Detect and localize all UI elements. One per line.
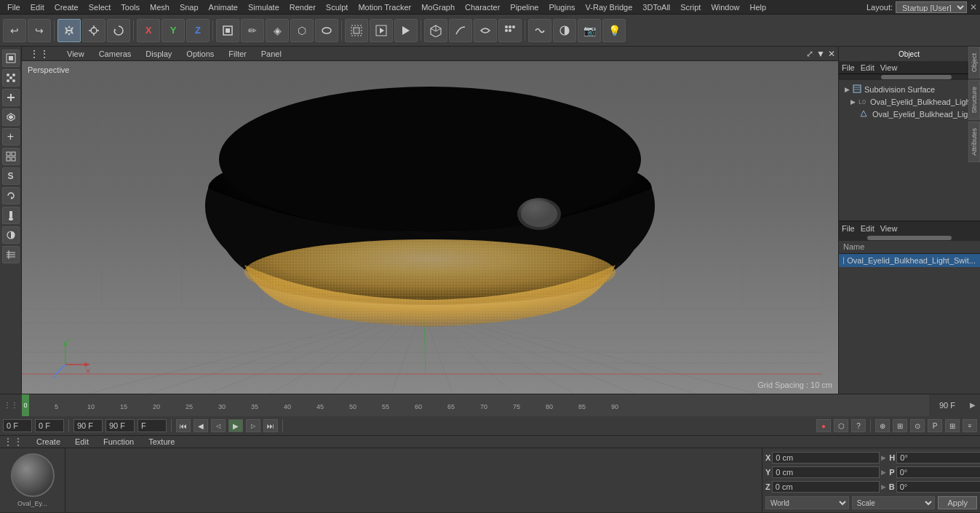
coord-x-pos-input[interactable] [772, 452, 880, 464]
current-frame-field[interactable]: 0 F [3, 419, 32, 432]
loop-button[interactable] [315, 19, 338, 42]
menu-motiontracker[interactable]: Motion Tracker [354, 1, 415, 13]
diamond-button[interactable]: ◈ [266, 19, 289, 42]
menu-mesh[interactable]: Mesh [146, 1, 174, 13]
cube-button[interactable] [424, 19, 447, 42]
layout-toggle-button[interactable]: ≡ [963, 419, 977, 432]
world-dropdown[interactable]: World [765, 496, 849, 509]
upper-view-menu[interactable]: View [880, 63, 898, 72]
goto-start-button[interactable]: ⏮ [176, 419, 191, 432]
viewport-tab-display[interactable]: Display [141, 48, 176, 60]
vertical-tab-object[interactable]: Object [968, 47, 980, 79]
step-back-button[interactable]: ◁ [211, 419, 226, 432]
y-axis-button[interactable]: Y [162, 19, 185, 42]
menu-select[interactable]: Select [84, 1, 116, 13]
play-button[interactable]: ▶ [228, 419, 243, 432]
coord-h-rot-input[interactable] [896, 452, 980, 464]
fps-field[interactable]: 0 F [35, 419, 64, 432]
render-anim-button[interactable]: P [928, 419, 942, 432]
param-button[interactable]: ⊙ [910, 419, 925, 432]
spline-button[interactable] [449, 19, 472, 42]
menu-mograph[interactable]: MoGraph [417, 1, 459, 13]
step-forward-button[interactable]: ▷ [246, 419, 260, 432]
attr-edit-menu[interactable]: Edit [861, 224, 875, 233]
attr-selected-item[interactable]: Oval_Eyelid_Bulkhead_Light_Swit... [839, 254, 980, 267]
menu-3dto[interactable]: 3DToAll [638, 1, 674, 13]
viewport-down-icon[interactable]: ▼ [816, 49, 825, 59]
timeline-ruler[interactable]: 0 0 5 10 15 20 25 30 35 40 45 50 55 60 6… [22, 394, 929, 416]
scale-dropdown[interactable]: Scale [852, 496, 936, 509]
motion-path-button[interactable]: ⊕ [875, 419, 890, 432]
left-tool-grid2[interactable] [2, 246, 20, 263]
right-tab-object[interactable]: Object [839, 47, 980, 61]
deformer-button[interactable] [528, 19, 551, 42]
upper-scrollbar-thumb[interactable] [881, 75, 952, 79]
timeline-expand[interactable]: ▶ [965, 394, 980, 416]
timeline-marker[interactable]: 0 [22, 394, 29, 416]
coord-p-rot-input[interactable] [896, 466, 980, 478]
tree-item-lo[interactable]: ▶ L0 Oval_Eyelid_Bulkhead_Light_Swit... [842, 96, 977, 108]
object-button[interactable] [216, 19, 239, 42]
left-tool-brush[interactable] [2, 207, 20, 224]
viewport-tab-filter[interactable]: Filter [224, 48, 250, 60]
left-tool-points[interactable] [2, 69, 20, 87]
attr-scrollbar[interactable] [839, 235, 980, 241]
viewport-tab-panel[interactable]: Panel [257, 48, 286, 60]
func-function[interactable]: Function [99, 436, 138, 448]
menu-sculpt[interactable]: Sculpt [322, 1, 353, 13]
scale-tool-button[interactable] [82, 19, 105, 42]
tree-item-subdivision[interactable]: ▶ Subdivision Surface [842, 83, 977, 96]
left-tool-edges[interactable] [2, 89, 20, 106]
viewport-tab-view[interactable]: View [63, 48, 89, 60]
render-view-button[interactable] [370, 19, 393, 42]
upper-edit-menu[interactable]: Edit [861, 63, 875, 72]
material-sphere[interactable] [11, 453, 55, 497]
coord-z-pos-input[interactable] [772, 481, 880, 493]
func-edit[interactable]: Edit [71, 436, 93, 448]
vertical-tab-structure[interactable]: Structure [968, 80, 980, 120]
viewport-expand-icon[interactable]: ⤢ [806, 49, 813, 59]
menu-file[interactable]: File [3, 1, 25, 13]
left-tool-s[interactable]: S [2, 167, 20, 185]
menu-tools[interactable]: Tools [116, 1, 144, 13]
layout-dropdown[interactable]: Startup [User] [896, 1, 967, 13]
menu-help[interactable]: Help [746, 1, 771, 13]
vertical-tab-attributes[interactable]: Attributes [968, 122, 980, 162]
menu-character[interactable]: Character [461, 1, 504, 13]
menu-script[interactable]: Script [676, 1, 705, 13]
viewport-tab-options[interactable]: Options [182, 48, 218, 60]
viewport-3d[interactable]: Y X Z Perspective Grid Spacing : 10 cm [22, 61, 838, 394]
polygon-button[interactable]: ⬡ [290, 19, 314, 42]
redo-button[interactable]: ↪ [28, 19, 51, 42]
apply-button[interactable]: Apply [938, 496, 977, 509]
coord-b-rot-input[interactable] [896, 481, 980, 493]
close-icon[interactable]: ✕ [970, 2, 977, 12]
material-button[interactable] [553, 19, 576, 42]
nurbs-button[interactable] [474, 19, 497, 42]
left-tool-object[interactable] [2, 49, 20, 67]
left-tool-rotate2[interactable] [2, 187, 20, 204]
menu-render[interactable]: Render [285, 1, 320, 13]
z-axis-button[interactable]: Z [186, 19, 210, 42]
x-axis-button[interactable]: X [137, 19, 160, 42]
fps-value-field[interactable]: F [138, 419, 167, 432]
attr-file-menu[interactable]: File [842, 224, 855, 233]
end-frame-field[interactable]: 90 F [105, 419, 135, 432]
pencil-button[interactable]: ✏ [241, 19, 264, 42]
record-button[interactable]: ● [816, 419, 831, 432]
left-tool-polygons[interactable] [2, 108, 20, 126]
move-tool-button[interactable] [57, 19, 81, 42]
menu-plugins[interactable]: Plugins [544, 1, 579, 13]
material-list-area[interactable] [65, 448, 762, 512]
fps-toggle-button[interactable]: ⊞ [945, 419, 960, 432]
camera-button[interactable]: 📷 [578, 19, 601, 42]
upper-scrollbar[interactable] [839, 74, 980, 80]
key-button[interactable]: ? [851, 419, 866, 432]
undo-button[interactable]: ↩ [3, 19, 26, 42]
render-button[interactable] [394, 19, 418, 42]
left-tool-add[interactable]: + [2, 128, 20, 146]
left-tool-material2[interactable] [2, 226, 20, 244]
play-reverse-button[interactable]: ◀ [194, 419, 208, 432]
attr-view-menu[interactable]: View [880, 224, 898, 233]
menu-animate[interactable]: Animate [204, 1, 242, 13]
